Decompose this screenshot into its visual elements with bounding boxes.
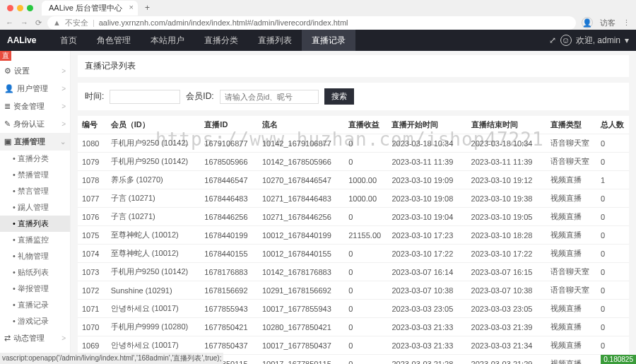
table-row[interactable]: 1080手机用户9250 (10142)167910687710142_1679… xyxy=(78,134,629,153)
sidebar-sub-8[interactable]: • 举报管理 xyxy=(0,281,70,297)
sidebar-icon: ✎ xyxy=(4,119,11,129)
max-dot[interactable] xyxy=(27,5,33,11)
time-input[interactable] xyxy=(110,90,180,104)
filter-bar: 时间: 会员ID: 搜索 xyxy=(78,83,629,110)
chevron-down-icon[interactable]: ▾ xyxy=(625,35,629,45)
sidebar-sub-5[interactable]: • 直播监控 xyxy=(0,232,70,248)
nav-item-4[interactable]: 直播列表 xyxy=(248,30,302,51)
search-button[interactable]: 搜索 xyxy=(324,88,354,105)
cell: 2023-03-03 21:28 xyxy=(387,355,466,365)
sidebar-item-label: 设置 xyxy=(14,66,30,76)
cell: 안녕하세요 (10017) xyxy=(107,336,201,355)
member-input[interactable] xyxy=(220,90,319,104)
nav-item-3[interactable]: 直播分类 xyxy=(194,30,248,51)
menu-icon[interactable]: ⋮ xyxy=(623,18,630,28)
cell: 2023-03-10 19:05 xyxy=(467,208,546,226)
cell: 2023-03-10 19:04 xyxy=(387,208,466,226)
cell: 1678446256 xyxy=(200,208,258,226)
table-row[interactable]: 1071안녕하세요 (10017)167785594310017_1677855… xyxy=(78,300,629,318)
cell: 0 xyxy=(596,208,629,226)
table-row[interactable]: 1072Sunshine (10291)167815669210291_1678… xyxy=(78,281,629,300)
cell: 1678440199 xyxy=(200,226,258,245)
close-dot[interactable] xyxy=(7,5,13,11)
cell: 视频直播 xyxy=(546,300,596,318)
cell: 0 xyxy=(596,245,629,263)
table-row[interactable]: 1078养乐多 (10270)167844654710270_167844654… xyxy=(78,171,629,189)
sidebar-item-4[interactable]: ▣直播管理⌄ xyxy=(0,133,70,151)
cell: 1079 xyxy=(78,153,107,171)
sidebar-sub-9[interactable]: • 直播记录 xyxy=(0,297,70,313)
cell: 1076 xyxy=(78,208,107,226)
cell: 1 xyxy=(596,171,629,189)
sidebar-sub-0[interactable]: • 直播分类 xyxy=(0,151,70,167)
sidebar-sub-10[interactable]: • 游戏记录 xyxy=(0,313,70,329)
table-row[interactable]: 1069안녕하세요 (10017)167785043710017_1677850… xyxy=(78,336,629,355)
cell: 2023-03-10 19:09 xyxy=(387,171,466,189)
col-header: 会员（ID） xyxy=(107,116,201,134)
expand-icon[interactable]: ⤢ xyxy=(549,35,556,45)
sidebar-sub-6[interactable]: • 礼物管理 xyxy=(0,248,70,264)
cell: Sunshine (10291) xyxy=(107,281,201,300)
table-row[interactable]: 1075至尊神蛇人 (10012)167844019910012_1678440… xyxy=(78,226,629,245)
sidebar-item-3[interactable]: ✎身份认证> xyxy=(0,115,70,133)
cell: 2023-03-10 17:23 xyxy=(387,226,466,245)
table-row[interactable]: 1070手机用户9999 (10280)167785042110280_1677… xyxy=(78,318,629,336)
cell: 10142_1678505966 xyxy=(258,153,344,171)
sidebar-sub-7[interactable]: • 贴纸列表 xyxy=(0,264,70,281)
table-row[interactable]: 1076子言 (10271)167844625610271_1678446256… xyxy=(78,208,629,226)
insecure-icon: ▲ xyxy=(53,18,61,27)
cell: 语音聊天室 xyxy=(546,281,596,300)
address-field[interactable]: ▲ 不安全 | aalive.yxrnznh.com/admin/index/i… xyxy=(47,16,576,30)
cell: 养乐多 (10270) xyxy=(107,171,201,189)
cell: 0 xyxy=(344,318,387,336)
sidebar-item-1[interactable]: 👤用户管理> xyxy=(0,80,70,98)
sidebar-item-label: 动态管理 xyxy=(13,333,45,344)
cell: 안녕하세요 (10017) xyxy=(107,300,201,318)
table: 编号会员（ID）直播ID流名直播收益直播开始时间直播结束时间直播类型总人数 10… xyxy=(78,116,629,364)
visitor-label: 访客 xyxy=(600,18,616,28)
cell: 1073 xyxy=(78,263,107,281)
sidebar-sub-3[interactable]: • 踢人管理 xyxy=(0,199,70,216)
cell: 0 xyxy=(344,153,387,171)
nav-item-5[interactable]: 直播记录 xyxy=(302,30,355,51)
cell: 2023-03-10 17:22 xyxy=(387,245,466,263)
sidebar-item-label: 资金管理 xyxy=(13,101,45,112)
table-row[interactable]: 1077子言 (10271)167844648310271_1678446483… xyxy=(78,189,629,208)
cell: 手机用户9999 (10280) xyxy=(107,318,201,336)
nav-item-0[interactable]: 首页 xyxy=(50,30,87,51)
sidebar-sub-4[interactable]: • 直播列表 xyxy=(0,216,70,232)
sidebar-item-label: 用户管理 xyxy=(17,83,48,94)
cell: 10017_1677855943 xyxy=(258,300,344,318)
profile-icon[interactable]: 👤 xyxy=(582,17,593,28)
sidebar-icon: ≣ xyxy=(4,102,11,111)
insecure-text: 不安全 xyxy=(65,18,88,28)
close-icon[interactable]: × xyxy=(129,3,133,11)
cell: 1678446547 xyxy=(200,171,258,189)
user-area[interactable]: ⤢ ☺ 欢迎, admin ▾ xyxy=(549,35,629,47)
sidebar-item-5[interactable]: ⇄动态管理> xyxy=(0,329,70,347)
col-header: 总人数 xyxy=(596,116,629,134)
sidebar-sub-1[interactable]: • 禁播管理 xyxy=(0,167,70,183)
sidebar-item-2[interactable]: ≣资金管理> xyxy=(0,98,70,115)
nav-item-1[interactable]: 角色管理 xyxy=(87,30,141,51)
chevron-icon: > xyxy=(61,120,66,128)
cell: 至尊神蛇人 (10012) xyxy=(107,245,201,263)
nav-item-2[interactable]: 本站用户 xyxy=(141,30,194,51)
reload-icon[interactable]: ⟳ xyxy=(35,18,42,28)
cell: 1077 xyxy=(78,189,107,208)
sidebar-item-0[interactable]: ⚙设置> xyxy=(0,62,70,80)
cell: 10012_1678440155 xyxy=(258,245,344,263)
avatar-icon: ☺ xyxy=(560,35,572,46)
table-row[interactable]: 1074至尊神蛇人 (10012)167844015510012_1678440… xyxy=(78,245,629,263)
forward-icon[interactable]: → xyxy=(20,18,28,28)
cell: 0 xyxy=(344,245,387,263)
back-icon[interactable]: ← xyxy=(6,18,13,28)
url-text: aalive.yxrnznh.com/admin/index/index.htm… xyxy=(99,18,348,27)
timer-badge: 0.180825 xyxy=(601,355,636,364)
sidebar-sub-2[interactable]: • 禁言管理 xyxy=(0,183,70,199)
min-dot[interactable] xyxy=(17,5,23,11)
table-row[interactable]: 1073手机用户9250 (10142)167817688310142_1678… xyxy=(78,263,629,281)
table-row[interactable]: 1079手机用户9250 (10142)167850596610142_1678… xyxy=(78,153,629,171)
new-tab-icon[interactable]: + xyxy=(141,3,154,13)
browser-tab[interactable]: AALive 后台管理中心 × xyxy=(42,1,138,16)
